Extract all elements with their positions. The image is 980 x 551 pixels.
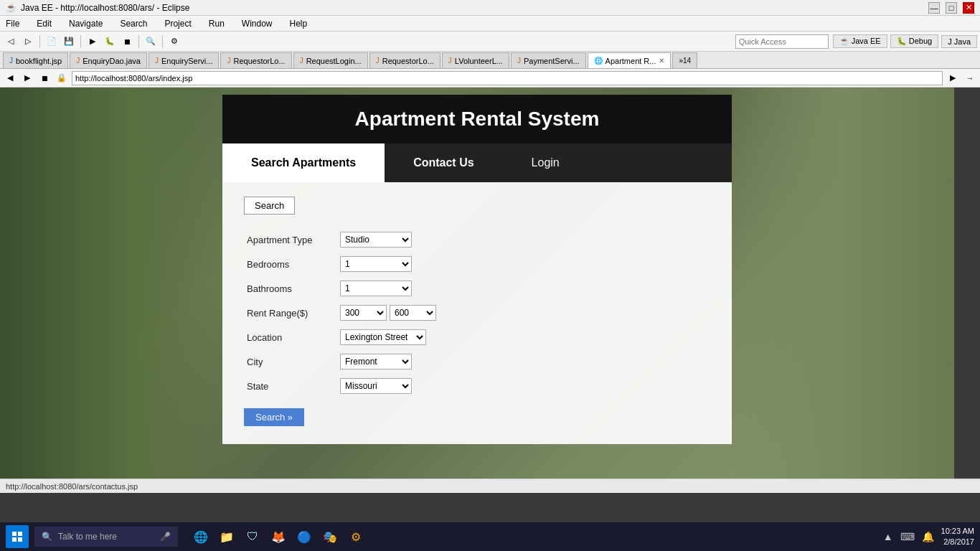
quick-access-box: ☕ Java EE 🐛 Debug J Java bbox=[735, 34, 977, 49]
search-top-button[interactable]: Search bbox=[244, 197, 295, 215]
location-select[interactable]: Lexington Street Main Street bbox=[340, 329, 426, 345]
menu-navigate[interactable]: Navigate bbox=[66, 17, 105, 30]
menu-search[interactable]: Search bbox=[117, 17, 150, 30]
toolbar-sep-2 bbox=[80, 35, 81, 48]
app-header: Apartment Rental System bbox=[222, 95, 732, 143]
bedrooms-label: Bedrooms bbox=[244, 252, 337, 276]
perspective-debug[interactable]: 🐛 Debug bbox=[890, 34, 938, 48]
tab-enquiryserv[interactable]: J EnquiryServi... bbox=[149, 52, 220, 68]
toolbar-search[interactable]: 🔍 bbox=[143, 34, 159, 50]
nav-go-btn[interactable]: ▶ bbox=[946, 71, 960, 85]
taskbar-search-box[interactable]: 🔍 Talk to me here 🎤 bbox=[34, 527, 178, 547]
taskbar-app2-icon[interactable]: 🔵 bbox=[293, 525, 316, 548]
tab-lvolunteer[interactable]: J LVolunteerL... bbox=[442, 52, 509, 68]
menu-run[interactable]: Run bbox=[206, 17, 227, 30]
rent-min-select[interactable]: 300 500 700 bbox=[340, 305, 387, 321]
title-bar-controls[interactable]: — □ ✕ bbox=[928, 2, 974, 14]
window-title: Java EE - http://localhost:8080/ars/ - E… bbox=[21, 3, 189, 13]
toolbar-settings[interactable]: ⚙ bbox=[166, 34, 182, 50]
taskbar-app3-icon[interactable]: 🎭 bbox=[319, 525, 341, 548]
location-row: Location Lexington Street Main Street bbox=[244, 325, 710, 349]
perspective-java-ee[interactable]: ☕ Java EE bbox=[833, 34, 887, 48]
tab-requestlogin[interactable]: J RequestLogin... bbox=[293, 52, 368, 68]
java-icon-7: J bbox=[517, 57, 521, 65]
bedrooms-select[interactable]: 1 2 3 bbox=[340, 256, 412, 272]
menu-edit[interactable]: Edit bbox=[34, 17, 55, 30]
windows-logo-icon bbox=[11, 531, 23, 542]
tab-label-enquirydao: EnquiryDao.java bbox=[83, 57, 141, 65]
java-icon-4: J bbox=[300, 57, 303, 65]
eclipse-icon: ☕ bbox=[6, 3, 17, 13]
background-trees-right bbox=[732, 88, 954, 479]
perspective-java[interactable]: J Java bbox=[941, 35, 977, 48]
java-icon-3: J bbox=[227, 57, 230, 65]
bathrooms-row: Bathrooms 1 2 bbox=[244, 276, 710, 301]
toolbar-forward[interactable]: ▷ bbox=[20, 34, 36, 50]
tab-more[interactable]: »14 bbox=[672, 52, 697, 68]
apartment-type-row: Apartment Type Studio 1BHK 2BHK 3BHK bbox=[244, 227, 710, 252]
nav-contact-us[interactable]: Contact Us bbox=[385, 143, 502, 182]
bathrooms-select[interactable]: 1 2 bbox=[340, 281, 412, 296]
app-container: Apartment Rental System Search Apartment… bbox=[222, 95, 732, 444]
nav-stop-btn[interactable]: ⏹ bbox=[37, 71, 52, 85]
apartment-type-select[interactable]: Studio 1BHK 2BHK 3BHK bbox=[340, 232, 412, 248]
rent-range-label: Rent Range($) bbox=[244, 301, 337, 325]
tab-close-apartment[interactable]: ✕ bbox=[659, 57, 664, 65]
taskbar-app-icons: 🌐 📁 🛡 🦊 🔵 🎭 ⚙ bbox=[189, 525, 367, 548]
taskbar-shield-icon[interactable]: 🛡 bbox=[241, 525, 264, 548]
search-form: Apartment Type Studio 1BHK 2BHK 3BHK Bed… bbox=[244, 227, 710, 398]
toolbar-new[interactable]: 📄 bbox=[44, 34, 60, 50]
maximize-button[interactable]: □ bbox=[946, 2, 957, 14]
java-icon-1: J bbox=[76, 57, 80, 65]
perspective-buttons: ☕ Java EE 🐛 Debug J Java bbox=[833, 34, 977, 48]
taskbar-keyboard-icon[interactable]: ⌨ bbox=[900, 531, 915, 542]
nav-login[interactable]: Login bbox=[503, 143, 588, 182]
tab-paymentserv[interactable]: J PaymentServi... bbox=[511, 52, 586, 68]
taskbar-edge-icon[interactable]: 🌐 bbox=[189, 525, 212, 548]
bedrooms-row: Bedrooms 1 2 3 bbox=[244, 252, 710, 276]
tab-enquirydao[interactable]: J EnquiryDao.java bbox=[70, 52, 147, 68]
nav-back-btn[interactable]: ◀ bbox=[3, 71, 17, 85]
nav-forward-btn[interactable]: ▶ bbox=[20, 71, 34, 85]
quick-access-input[interactable] bbox=[735, 34, 829, 49]
tab-apartment[interactable]: 🌐 Apartment R... ✕ bbox=[588, 52, 672, 68]
jsp-icon: J bbox=[9, 57, 13, 65]
menu-project[interactable]: Project bbox=[161, 17, 194, 30]
title-bar: ☕ Java EE - http://localhost:8080/ars/ -… bbox=[0, 0, 980, 16]
taskbar-notification-icon[interactable]: 🔔 bbox=[922, 531, 934, 542]
menu-window[interactable]: Window bbox=[239, 17, 275, 30]
search-submit-button[interactable]: Search » bbox=[244, 408, 304, 426]
app-nav: Search Apartments Contact Us Login bbox=[222, 143, 732, 182]
rent-range-row: Rent Range($) 300 500 700 600 800 1 bbox=[244, 301, 710, 325]
city-select[interactable]: Fremont San Jose bbox=[340, 354, 412, 369]
taskbar-app4-icon[interactable]: ⚙ bbox=[344, 525, 367, 548]
nav-search-apartments[interactable]: Search Apartments bbox=[222, 143, 385, 182]
rent-max-select[interactable]: 600 800 1000 bbox=[390, 305, 436, 321]
address-input[interactable]: http://localhost:8080/ars/index.jsp bbox=[72, 71, 943, 85]
taskbar-firefox-icon[interactable]: 🦊 bbox=[267, 525, 290, 548]
toolbar-run[interactable]: ▶ bbox=[85, 34, 100, 50]
editor-tabs: J bookflight.jsp J EnquiryDao.java J Enq… bbox=[0, 52, 980, 69]
java-icon-5: J bbox=[376, 57, 380, 65]
minimize-button[interactable]: — bbox=[928, 2, 940, 14]
taskbar-up-icon[interactable]: ▲ bbox=[883, 531, 893, 542]
nav-refresh-btn[interactable]: 🔒 bbox=[55, 71, 69, 85]
tab-requestorlo2[interactable]: J RequestorLo... bbox=[369, 52, 440, 68]
menu-file[interactable]: File bbox=[3, 17, 22, 30]
tab-bookflight[interactable]: J bookflight.jsp bbox=[3, 52, 68, 68]
menu-help[interactable]: Help bbox=[287, 17, 311, 30]
toolbar-stop[interactable]: ⏹ bbox=[119, 34, 135, 50]
taskbar-clock[interactable]: 10:23 AM 2/8/2017 bbox=[941, 526, 974, 548]
state-select[interactable]: Missouri California bbox=[340, 378, 412, 394]
taskbar-folder-icon[interactable]: 📁 bbox=[215, 525, 238, 548]
state-row: State Missouri California bbox=[244, 374, 710, 398]
nav-arrow-fwd[interactable]: → bbox=[963, 71, 977, 85]
close-button[interactable]: ✕ bbox=[963, 2, 974, 14]
status-url: http://localhost:8080/ars/contactus.jsp bbox=[6, 482, 138, 491]
tab-requestorlo1[interactable]: J RequestorLo... bbox=[220, 52, 291, 68]
form-area: Search Apartment Type Studio 1BHK 2BHK 3… bbox=[222, 182, 732, 444]
toolbar-save[interactable]: 💾 bbox=[61, 34, 77, 50]
start-button[interactable] bbox=[6, 525, 29, 548]
toolbar-back[interactable]: ◁ bbox=[3, 34, 19, 50]
toolbar-debug[interactable]: 🐛 bbox=[102, 34, 118, 50]
